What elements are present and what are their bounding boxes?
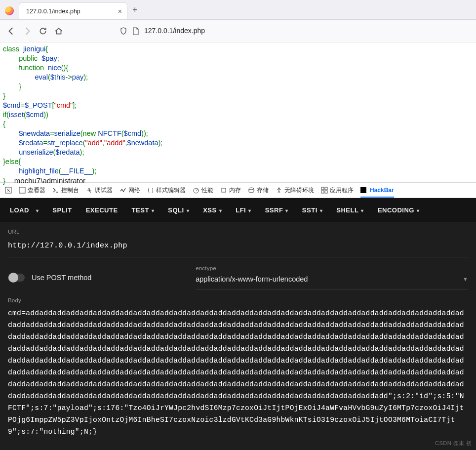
svg-rect-9 — [325, 191, 327, 193]
svg-point-5 — [278, 187, 279, 189]
url-input[interactable]: http://127.0.0.1/index.php — [8, 239, 468, 257]
svg-rect-3 — [222, 188, 226, 192]
hackbar-panel: URL http://127.0.0.1/index.php Use POST … — [0, 222, 476, 450]
hb-encoding[interactable]: ENCODING — [371, 198, 427, 222]
hackbar-menu: LOAD SPLIT EXECUTE TEST SQLI XSS LFI SSR… — [0, 198, 476, 222]
shield-icon — [119, 27, 127, 35]
hb-ssrf[interactable]: SSRF — [258, 198, 295, 222]
chevron-down-icon: ▼ — [463, 276, 468, 282]
enctype-value: application/x-www-form-urlencoded — [196, 275, 308, 283]
svg-rect-8 — [321, 191, 324, 193]
tab-title: 127.0.0.1/index.php — [26, 8, 80, 15]
browser-tabbar: 127.0.0.1/index.php × + — [0, 0, 476, 20]
home-icon[interactable] — [54, 27, 63, 36]
hb-load-dropdown[interactable] — [36, 198, 46, 222]
svg-rect-1 — [19, 187, 25, 193]
post-toggle[interactable] — [8, 274, 25, 282]
devtools-close-icon[interactable] — [5, 187, 12, 194]
hb-sqli[interactable]: SQLI — [161, 198, 196, 222]
hb-shell[interactable]: SHELL — [329, 198, 371, 222]
enctype-select[interactable]: application/x-www-form-urlencoded ▼ — [196, 275, 468, 289]
page-icon — [132, 27, 139, 35]
reload-icon[interactable] — [39, 27, 47, 36]
tab-styleeditor[interactable]: 样式编辑器 — [147, 186, 186, 195]
tab-inspector[interactable]: 查看器 — [19, 186, 45, 195]
tab-application[interactable]: 应用程序 — [321, 186, 354, 195]
hb-ssti[interactable]: SSTI — [295, 198, 329, 222]
hb-test[interactable]: TEST — [125, 198, 161, 222]
hackbar-icon — [360, 187, 366, 193]
hb-xss[interactable]: XSS — [196, 198, 229, 222]
post-label: Use POST method — [32, 274, 91, 282]
tab-storage[interactable]: 存储 — [248, 186, 269, 195]
tab-memory[interactable]: 内存 — [220, 186, 241, 195]
page-content: class jienigui{ public $pay; function ni… — [0, 42, 476, 182]
enctype-label: enctype — [196, 265, 468, 271]
back-icon[interactable] — [7, 27, 16, 36]
url-text: 127.0.0.1/index.php — [144, 27, 205, 35]
output-text: mochu7\administrator — [5, 175, 85, 185]
svg-rect-7 — [325, 187, 327, 190]
tab-hackbar[interactable]: HackBar — [360, 187, 394, 198]
tab-performance[interactable]: 性能 — [193, 186, 213, 195]
tab-network[interactable]: 网络 — [119, 186, 140, 195]
tab-debugger[interactable]: 调试器 — [86, 186, 113, 195]
svg-point-4 — [249, 188, 254, 190]
url-box[interactable]: 127.0.0.1/index.php — [119, 27, 205, 35]
body-label: Body — [8, 297, 468, 303]
hb-load[interactable]: LOAD — [3, 198, 36, 222]
forward-icon[interactable] — [23, 27, 32, 36]
hb-execute[interactable]: EXECUTE — [79, 198, 125, 222]
hb-split[interactable]: SPLIT — [45, 198, 79, 222]
browser-tab[interactable]: 127.0.0.1/index.php × — [19, 2, 127, 19]
svg-rect-6 — [321, 187, 324, 190]
hb-lfi[interactable]: LFI — [229, 198, 258, 222]
body-input[interactable]: cmd=addaddaddaddaddaddaddaddaddaddaddadd… — [8, 307, 468, 438]
tab-accessibility[interactable]: 无障碍环境 — [276, 186, 314, 195]
tab-console[interactable]: 控制台 — [52, 186, 79, 195]
close-icon[interactable]: × — [118, 7, 122, 15]
address-bar: 127.0.0.1/index.php — [0, 20, 476, 42]
url-label: URL — [8, 229, 468, 235]
firefox-icon — [5, 6, 14, 15]
new-tab-button[interactable]: + — [132, 5, 138, 15]
